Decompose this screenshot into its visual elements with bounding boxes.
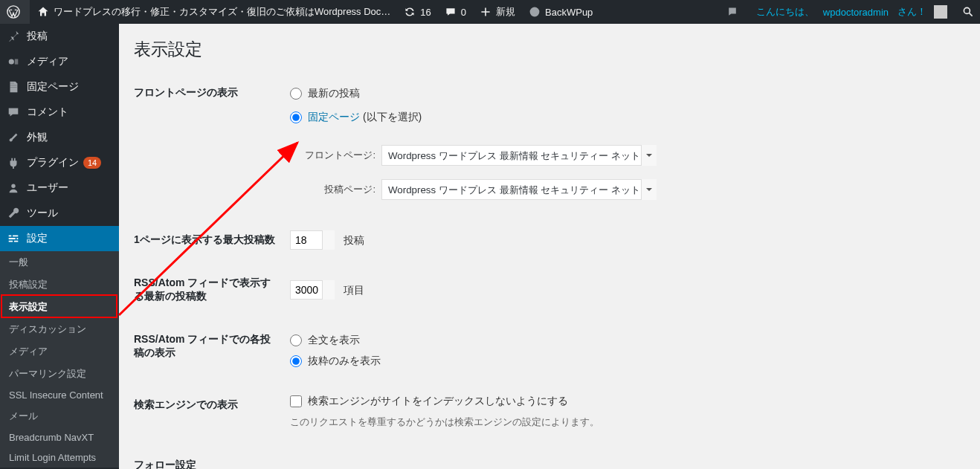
site-name[interactable]: ワードプレスの移行・修正・カスタマイズ・復旧のご依頼はWordpress Doc… — [30, 0, 396, 24]
menu-pages[interactable]: 固定ページ — [0, 74, 119, 100]
menu-appearance-label: 外観 — [27, 131, 48, 144]
radio-static-page[interactable] — [290, 111, 302, 123]
submenu-mail[interactable]: メール — [0, 405, 119, 427]
pin-icon — [6, 29, 21, 44]
updates[interactable]: 16 — [396, 0, 436, 24]
note-icon — [725, 4, 740, 19]
menu-media[interactable]: メディア — [0, 49, 119, 74]
suffix-rss-items: 項目 — [344, 284, 364, 296]
label-follow: フォロー設定 — [134, 440, 283, 469]
label-posts-page-select: 投稿ページ: — [305, 183, 375, 196]
plugin-icon — [6, 155, 21, 170]
updates-count: 16 — [420, 7, 431, 18]
settings-submenu: 一般 投稿設定 表示設定 ディスカッション メディア パーマリンク設定 SSL … — [0, 251, 119, 468]
brush-icon — [6, 130, 21, 145]
backwpup-label: BackWPup — [545, 7, 593, 18]
svg-point-2 — [964, 7, 970, 13]
input-posts-per-page[interactable] — [290, 230, 335, 250]
site-title: ワードプレスの移行・修正・カスタマイズ・復旧のご依頼はWordpress Doc… — [54, 5, 390, 19]
radio-rss-excerpt[interactable] — [290, 355, 302, 367]
comments-count: 0 — [461, 7, 466, 18]
wrench-icon — [6, 206, 21, 221]
radio-latest-posts-label: 最新の投稿 — [308, 87, 360, 100]
suffix-posts-per-page: 投稿 — [344, 234, 364, 246]
label-front-page: フロントページの表示 — [134, 71, 283, 219]
menu-plugins[interactable]: プラグイン 14 — [0, 150, 119, 175]
label-rss-display: RSS/Atom フィードでの各投稿の表示 — [134, 318, 283, 384]
home-icon — [36, 4, 51, 19]
svg-point-1 — [530, 7, 540, 17]
submenu-media[interactable]: メディア — [0, 340, 119, 363]
menu-comments-label: コメント — [27, 106, 68, 119]
comment-icon-menu — [6, 105, 21, 120]
user-name: wpdoctoradmin — [819, 7, 893, 18]
update-icon — [402, 4, 417, 19]
menu-appearance[interactable]: 外観 — [0, 125, 119, 150]
radio-static-page-suffix: (以下を選択) — [360, 111, 422, 123]
submenu-discussion[interactable]: ディスカッション — [0, 318, 119, 340]
menu-media-label: メディア — [27, 55, 68, 68]
input-rss-items[interactable] — [290, 280, 335, 300]
comment-icon — [443, 4, 458, 19]
menu-posts-label: 投稿 — [27, 30, 48, 43]
notifications[interactable] — [721, 0, 747, 24]
menu-plugins-label: プラグイン — [27, 156, 79, 169]
avatar — [934, 5, 947, 19]
submenu-general[interactable]: 一般 — [0, 251, 119, 274]
label-search-engine: 検索エンジンでの表示 — [134, 384, 283, 440]
submenu-permalink[interactable]: パーマリンク設定 — [0, 363, 119, 385]
submenu-limit-login[interactable]: Limit Login Attempts — [0, 447, 119, 468]
checkbox-search-engine[interactable] — [290, 395, 302, 407]
select-posts-page[interactable]: Wordpress ワードプレス 最新情報 セキュリティー ネット — [381, 179, 657, 200]
radio-rss-excerpt-label: 抜粋のみを表示 — [308, 355, 381, 368]
menu-comments[interactable]: コメント — [0, 100, 119, 125]
user-icon — [6, 181, 21, 195]
radio-latest-posts[interactable] — [290, 88, 302, 100]
new-label: 新規 — [496, 5, 515, 19]
my-account[interactable]: こんにちは、wpdoctoradmin さん！ — [747, 0, 952, 24]
checkbox-search-engine-label: 検索エンジンがサイトをインデックスしないようにする — [308, 395, 568, 408]
page-title: 表示設定 — [134, 31, 965, 64]
radio-static-page-link[interactable]: 固定ページ — [308, 111, 360, 123]
page-icon — [6, 80, 21, 94]
new-content[interactable]: 新規 — [472, 0, 521, 24]
media-icon — [6, 54, 21, 69]
plus-icon — [478, 4, 493, 19]
select-front-page[interactable]: Wordpress ワードプレス 最新情報 セキュリティー ネット — [381, 145, 657, 166]
menu-tools-label: ツール — [27, 207, 58, 220]
submenu-writing[interactable]: 投稿設定 — [0, 274, 119, 296]
menu-pages-label: 固定ページ — [27, 80, 79, 94]
backwpup-icon — [527, 4, 542, 19]
greeting-suffix: さん！ — [893, 5, 931, 19]
wordpress-icon — [6, 4, 21, 19]
radio-rss-full-label: 全文を表示 — [308, 334, 360, 347]
desc-search-engine: このリクエストを尊重するかどうかは検索エンジンの設定によります。 — [290, 415, 958, 429]
svg-point-3 — [9, 59, 14, 64]
submenu-breadcrumb[interactable]: Breadcrumb NavXT — [0, 427, 119, 447]
radio-rss-full[interactable] — [290, 334, 302, 346]
menu-posts[interactable]: 投稿 — [0, 24, 119, 49]
backwpup-link[interactable]: BackWPup — [521, 0, 599, 24]
plugins-badge: 14 — [83, 157, 101, 169]
menu-settings[interactable]: 設定 — [0, 226, 119, 251]
submenu-ssl[interactable]: SSL Insecure Content — [0, 385, 119, 405]
adminbar-search[interactable] — [956, 0, 980, 24]
submenu-reading[interactable]: 表示設定 — [0, 296, 119, 318]
menu-users-label: ユーザー — [27, 181, 68, 195]
label-front-page-select: フロントページ: — [305, 149, 375, 162]
sliders-icon — [6, 231, 21, 246]
wp-logo[interactable] — [0, 0, 30, 24]
menu-settings-label: 設定 — [27, 232, 48, 245]
label-rss-items: RSS/Atom フィードで表示する最新の投稿数 — [134, 262, 283, 318]
svg-point-4 — [11, 184, 15, 188]
label-posts-per-page: 1ページに表示する最大投稿数 — [134, 219, 283, 262]
comments[interactable]: 0 — [437, 0, 472, 24]
menu-tools[interactable]: ツール — [0, 201, 119, 226]
greeting-prefix: こんにちは、 — [752, 5, 819, 19]
menu-users[interactable]: ユーザー — [0, 175, 119, 201]
